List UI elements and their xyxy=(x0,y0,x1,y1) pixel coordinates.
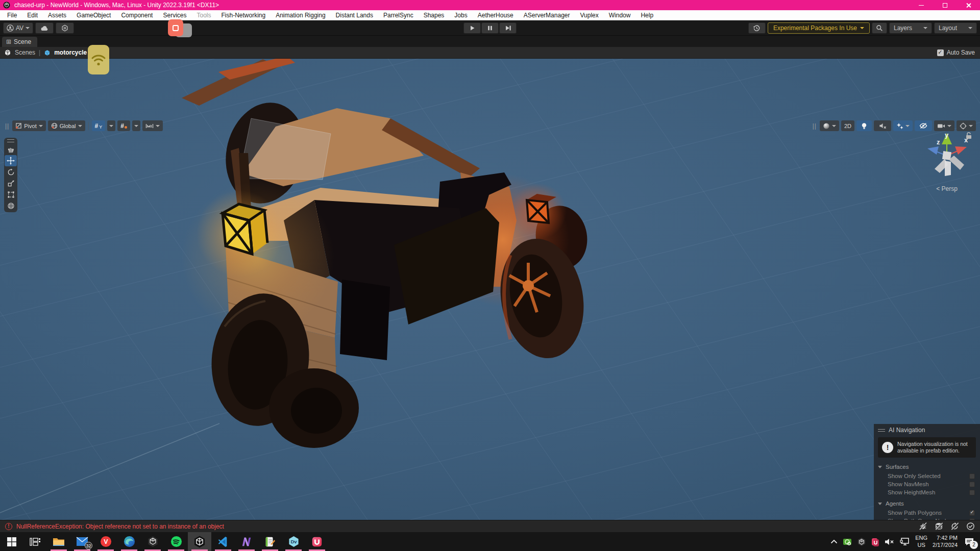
tab-scene[interactable]: ⊞ Scene xyxy=(2,37,37,47)
menu-services[interactable]: Services xyxy=(158,10,191,20)
layout-dropdown[interactable]: Layout xyxy=(934,22,977,34)
version-control-button[interactable] xyxy=(56,22,74,34)
2d-mode-toggle[interactable]: 2D xyxy=(841,120,854,131)
menu-edit[interactable]: Edit xyxy=(22,10,43,20)
status-bar[interactable]: ! NullReferenceException: Object referen… xyxy=(0,520,980,532)
section-surfaces[interactable]: Surfaces xyxy=(874,462,980,472)
task-view-button[interactable] xyxy=(23,532,47,551)
section-agents[interactable]: Agents xyxy=(874,498,980,509)
rotate-tool[interactable] xyxy=(5,166,17,178)
panel-drag-handle[interactable] xyxy=(878,429,885,432)
taskbar-vivaldi[interactable]: V xyxy=(94,532,117,551)
overlay-drag-handle[interactable]: || xyxy=(4,122,10,130)
move-tool[interactable] xyxy=(5,155,17,166)
taskbar-notepad[interactable] xyxy=(258,532,282,551)
scene-viewport[interactable]: || Pivot Global # Y xyxy=(0,59,980,520)
menu-fish-networking[interactable]: Fish-Networking xyxy=(216,10,271,20)
lock-icon[interactable] xyxy=(966,133,971,139)
menu-file[interactable]: File xyxy=(2,10,22,20)
ai-navigation-header[interactable]: AI Navigation xyxy=(874,424,980,436)
row-show-only-selected[interactable]: Show Only Selected xyxy=(874,472,980,480)
tray-unity-icon[interactable] xyxy=(857,537,866,546)
maximize-button[interactable] xyxy=(933,0,957,10)
cache-off-icon[interactable] xyxy=(935,522,943,531)
rect-tool[interactable] xyxy=(5,189,17,200)
breadcrumb-current[interactable]: motorcycle xyxy=(54,49,87,56)
layers-dropdown[interactable]: Layers xyxy=(889,22,932,34)
taskbar-mail[interactable]: 32 xyxy=(70,532,94,551)
menu-vuplex[interactable]: Vuplex xyxy=(575,10,603,20)
snap-dropdown[interactable] xyxy=(132,120,140,131)
menu-gameobject[interactable]: GameObject xyxy=(71,10,116,20)
orientation-gizmo[interactable]: z y x < Persp xyxy=(919,129,975,192)
window-titlebar[interactable]: chased-urp - NewWorld - Windows, Mac, Li… xyxy=(0,0,980,10)
scale-tool[interactable] xyxy=(5,178,17,189)
menu-window[interactable]: Window xyxy=(604,10,636,20)
taskbar-vscode[interactable] xyxy=(211,532,235,551)
clock[interactable]: 7:42 PM 2/17/2024 xyxy=(933,535,958,549)
pivot-dropdown[interactable]: Pivot xyxy=(12,120,45,131)
volume-muted-icon[interactable] xyxy=(885,538,895,546)
undo-history-button[interactable] xyxy=(748,22,766,34)
menu-jobs[interactable]: Jobs xyxy=(449,10,472,20)
menu-help[interactable]: Help xyxy=(635,10,658,20)
projection-toggle[interactable]: < Persp xyxy=(919,185,975,192)
menu-animation-rigging[interactable]: Animation Rigging xyxy=(271,10,330,20)
tray-pink-app-icon[interactable] xyxy=(871,537,879,546)
checkbox[interactable] xyxy=(969,473,975,479)
checkbox[interactable] xyxy=(969,490,975,495)
checkbox[interactable] xyxy=(969,510,975,516)
network-icon[interactable] xyxy=(900,537,910,546)
scene-lighting-toggle[interactable] xyxy=(856,120,872,131)
refresh-off-icon[interactable] xyxy=(950,522,959,531)
package-alert-icon[interactable] xyxy=(168,19,183,36)
scene-audio-toggle[interactable] xyxy=(874,120,891,131)
menu-tools[interactable]: Tools xyxy=(191,10,216,20)
overlay-drag-handle[interactable]: || xyxy=(812,122,818,130)
row-show-navmesh[interactable]: Show NavMesh xyxy=(874,480,980,488)
pause-button[interactable] xyxy=(481,22,499,34)
experimental-packages-dropdown[interactable]: Experimental Packages In Use xyxy=(768,22,870,34)
taskbar-spotify[interactable] xyxy=(164,532,188,551)
console-error-message[interactable]: NullReferenceException: Object reference… xyxy=(16,523,224,530)
taskbar-rider[interactable] xyxy=(235,532,258,551)
transform-tool[interactable] xyxy=(5,200,17,211)
autosave-toggle[interactable]: Auto Save xyxy=(937,49,975,56)
row-show-path-polygons[interactable]: Show Path Polygons xyxy=(874,509,980,517)
taskbar-resolve[interactable]: Dv xyxy=(282,532,305,551)
global-dropdown[interactable]: Global xyxy=(48,120,85,131)
menu-shapes[interactable]: Shapes xyxy=(419,10,450,20)
taskbar-file-explorer[interactable] xyxy=(47,532,70,551)
scene-effects-dropdown[interactable] xyxy=(893,120,913,131)
tray-chevron-icon[interactable] xyxy=(830,539,838,544)
start-button[interactable] xyxy=(0,532,23,551)
row-show-heightmesh[interactable]: Show HeightMesh xyxy=(874,488,980,496)
shading-mode-dropdown[interactable] xyxy=(820,120,839,131)
axis-z-cone[interactable] xyxy=(927,146,939,155)
cloud-button[interactable] xyxy=(35,22,54,34)
view-hand-tool[interactable] xyxy=(5,144,17,155)
search-button[interactable] xyxy=(872,22,887,34)
network-overlay-icon[interactable] xyxy=(88,45,109,74)
taskbar-edge[interactable] xyxy=(117,532,141,551)
close-button[interactable] xyxy=(957,0,980,10)
gpu-settings-icon[interactable] xyxy=(843,537,852,546)
menu-distant-lands[interactable]: Distant Lands xyxy=(331,10,378,20)
axis-gizmo-icon[interactable]: z y x xyxy=(919,129,974,182)
language-indicator[interactable]: ENG US xyxy=(915,535,927,549)
step-button[interactable] xyxy=(499,22,517,34)
menu-aservermanager[interactable]: AServerManager xyxy=(519,10,575,20)
debugger-off-icon[interactable] xyxy=(919,522,927,531)
action-center-button[interactable]: 2 xyxy=(963,536,976,548)
taskbar-red-app[interactable] xyxy=(305,532,329,551)
check-circle-icon[interactable] xyxy=(966,522,975,531)
snap-toggle[interactable]: # xyxy=(117,120,130,131)
account-dropdown[interactable]: AV xyxy=(3,22,33,34)
menu-aetherhouse[interactable]: AetherHouse xyxy=(473,10,519,20)
menu-parrelsync[interactable]: ParrelSync xyxy=(378,10,419,20)
autosave-checkbox[interactable] xyxy=(937,49,944,56)
play-button[interactable] xyxy=(463,22,481,34)
checkbox[interactable] xyxy=(969,482,975,487)
menu-assets[interactable]: Assets xyxy=(43,10,71,20)
increment-snap-button[interactable] xyxy=(142,120,163,131)
